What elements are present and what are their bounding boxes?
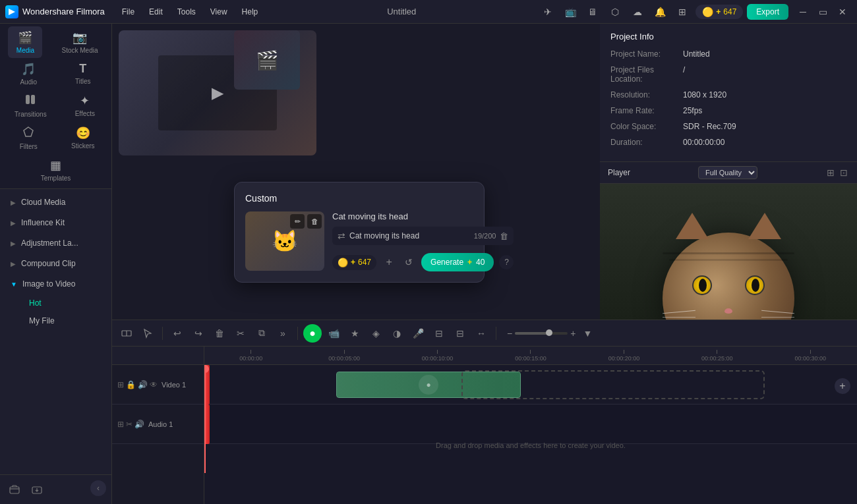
timeline-content[interactable]: 00:00:00 00:00:05:00 00:00:10:00 00 [204, 347, 857, 504]
popup-thumbnail: 🐱 ✏ 🗑 [245, 211, 324, 271]
popup-credits-badge[interactable]: 🟡 + 647 [332, 255, 376, 270]
menu-tools[interactable]: Tools [171, 5, 202, 19]
prompt-input[interactable] [349, 231, 470, 240]
sidebar-item-compound-clip[interactable]: ▶ Compound Clip [3, 254, 109, 273]
export-button[interactable]: Export [747, 4, 788, 20]
resolution-row: Resolution: 1080 x 1920 [610, 90, 846, 99]
add-camera-button[interactable]: 📹 [324, 324, 343, 343]
tab-media[interactable]: 🎬 Media [8, 26, 42, 58]
computer-icon[interactable]: 🖥 [583, 3, 602, 21]
edit-thumb-button[interactable]: ✏ [290, 214, 305, 229]
track-menu-icon[interactable]: ⊞ [117, 380, 124, 389]
credits-badge[interactable]: 🟡 + 647 [695, 5, 743, 19]
cat-ear-left [676, 213, 709, 239]
tab-stock-media[interactable]: 📷 Stock Media [56, 26, 103, 58]
sidebar-item-influence-kit[interactable]: ▶ Influence Kit [3, 213, 109, 233]
copy-button[interactable]: ⧉ [252, 324, 271, 343]
track-visibility-icon[interactable]: 👁 [150, 380, 158, 389]
speed-btn[interactable]: ↔ [472, 324, 490, 343]
tab-audio[interactable]: 🎵 Audio [11, 58, 45, 90]
timeline-drop-hint: Drag and drop media and effects here to … [204, 431, 857, 460]
main-layout: 🎬 Media 📷 Stock Media 🎵 Audio T Titles [0, 24, 857, 504]
undo-button[interactable]: ↩ [168, 324, 187, 343]
apps-icon[interactable]: ⊞ [673, 3, 692, 21]
frame-rate-row: Frame Rate: 25fps [610, 106, 846, 115]
sidebar-sub-my-file[interactable]: My File [21, 312, 109, 329]
char-count: 19/200 [474, 232, 496, 240]
shuffle-icon[interactable]: ⇄ [338, 231, 345, 241]
tab-effects[interactable]: ✦ Effects [68, 90, 102, 122]
refresh-button[interactable]: ↺ [401, 255, 416, 269]
zoom-in-button[interactable]: + [570, 328, 576, 339]
split-tool-button[interactable] [117, 324, 136, 343]
help-button[interactable]: ? [499, 255, 514, 269]
audio-tab-icon: 🎵 [21, 62, 36, 76]
close-button[interactable]: ✕ [833, 3, 852, 21]
more-tools-button[interactable]: » [274, 324, 292, 343]
color-space-label: Color Space: [610, 122, 683, 131]
add-folder-icon[interactable] [5, 480, 24, 499]
cat-emoji: 🐱 [272, 229, 298, 254]
cut-button[interactable]: ✂ [231, 324, 250, 343]
sidebar-item-adjustment[interactable]: ▶ Adjustment La... [3, 233, 109, 253]
audio-btn[interactable]: 🎤 [409, 324, 427, 343]
track-volume-icon[interactable]: 🔊 [138, 380, 148, 389]
collapse-panel-button[interactable]: ‹ [90, 480, 106, 496]
import-folder-icon[interactable] [28, 480, 46, 499]
add-clip-button[interactable]: + [835, 378, 850, 394]
sidebar-item-cloud-media[interactable]: ▶ Cloud Media [3, 192, 109, 212]
audio-track-menu-icon[interactable]: ⊞ [117, 420, 124, 429]
influence-kit-label: Influence Kit [21, 218, 65, 227]
selection-tool-button[interactable] [138, 324, 157, 343]
audio-track-clip-icon[interactable]: ✂ [126, 420, 133, 429]
settings-icon[interactable]: 🔔 [651, 3, 669, 21]
media-icon[interactable]: 📺 [561, 3, 579, 21]
menu-edit[interactable]: Edit [142, 5, 169, 19]
color-btn[interactable]: ◈ [367, 324, 385, 343]
track-lock-icon[interactable]: 🔒 [126, 380, 136, 389]
zoom-slider[interactable] [515, 332, 568, 335]
crop-btn[interactable]: ⊟ [451, 324, 469, 343]
audio-track-label: ⊞ ✂ 🔊 Audio 1 [112, 405, 204, 444]
delete-button[interactable]: 🗑 [210, 324, 229, 343]
tab-stickers[interactable]: 😊 Stickers [66, 122, 100, 154]
tab-templates[interactable]: ▦ Templates [36, 154, 76, 186]
effects-btn[interactable]: ★ [345, 324, 364, 343]
stock-tab-label: Stock Media [61, 47, 98, 54]
sidebar-item-image-to-video[interactable]: ▼ Image to Video [3, 274, 109, 294]
project-info-title: Project Info [610, 32, 846, 42]
grid-view-icon[interactable]: ⊞ [825, 166, 836, 179]
audio-track-volume-icon[interactable]: 🔊 [134, 420, 144, 429]
tab-filters[interactable]: Filters [11, 122, 45, 154]
zoom-out-button[interactable]: − [507, 328, 512, 339]
project-name-value: Untitled [683, 49, 710, 59]
generate-cost: 40 [476, 258, 485, 267]
export-icon[interactable]: ⬡ [606, 3, 624, 21]
menu-view[interactable]: View [204, 5, 234, 19]
minimize-button[interactable]: ─ [794, 3, 812, 21]
cat-display [663, 233, 794, 320]
fullscreen-icon[interactable]: ⊡ [839, 166, 849, 179]
sidebar-sub-hot[interactable]: Hot [21, 294, 109, 312]
maximize-button[interactable]: ▭ [813, 3, 832, 21]
generate-button[interactable]: Generate + 40 [421, 253, 494, 271]
arrow-icon: ▶ [11, 199, 16, 206]
menu-help[interactable]: Help [235, 5, 265, 19]
svg-marker-3 [24, 127, 33, 136]
cloud-icon[interactable]: ☁ [628, 3, 647, 21]
redo-button[interactable]: ↪ [189, 324, 208, 343]
drop-zone[interactable] [461, 370, 765, 399]
more-zoom-button[interactable]: ▼ [578, 324, 597, 343]
delete-thumb-button[interactable]: 🗑 [307, 214, 322, 229]
quality-dropdown[interactable]: Full Quality [698, 166, 757, 179]
record-button[interactable]: ● [303, 324, 322, 343]
send-icon[interactable]: ✈ [539, 3, 557, 21]
menu-file[interactable]: File [115, 5, 141, 19]
mask-btn[interactable]: ◑ [388, 324, 406, 343]
add-credits-button[interactable]: + [382, 255, 396, 269]
zoom-controls: − + [507, 328, 576, 339]
tab-transitions[interactable]: Transitions [9, 90, 52, 122]
tab-titles[interactable]: T Titles [66, 58, 100, 90]
subtitle-btn[interactable]: ⊟ [430, 324, 448, 343]
clear-input-icon[interactable]: 🗑 [500, 231, 508, 241]
